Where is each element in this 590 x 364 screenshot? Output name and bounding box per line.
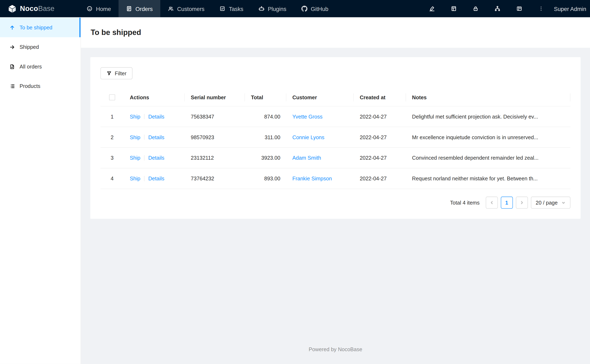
details-link[interactable]: Details [148, 114, 164, 120]
select-all-checkbox[interactable] [109, 95, 115, 101]
lock-icon[interactable] [473, 6, 479, 12]
footer-text: Powered by NocoBase [90, 341, 580, 354]
more-icon[interactable] [538, 6, 544, 12]
ship-link[interactable]: Ship [130, 114, 140, 120]
highlighter-icon[interactable] [429, 6, 435, 12]
notes-cell: Delightful met sufficient projection ask… [406, 106, 570, 127]
total-cell: 311.00 [245, 127, 286, 148]
column-header-customer: Customer [286, 88, 354, 106]
layout-icon[interactable] [516, 6, 522, 12]
nav-item-tasks[interactable]: Tasks [212, 0, 251, 17]
notes-cell: Mr excellence inquietude conviction is i… [406, 127, 570, 148]
total-cell: 3923.00 [245, 148, 286, 168]
orders-table: Actions Serial number Total Customer Cre… [100, 88, 570, 189]
nav-label: Customers [177, 5, 205, 12]
page-title: To be shipped [91, 28, 141, 37]
pagination-page-1[interactable]: 1 [501, 197, 513, 209]
nav-label: GitHub [311, 5, 328, 12]
orders-icon [126, 6, 132, 12]
action-divider [144, 135, 145, 140]
pagination-total: Total 4 items [450, 200, 480, 206]
serial-cell: 75638347 [185, 106, 245, 127]
created-cell: 2022-04-27 [354, 148, 406, 168]
page-size-select[interactable]: 20 / page [531, 197, 570, 209]
navbar-right: Super Admin [429, 0, 590, 17]
select-all-header [100, 88, 124, 106]
pagination-next-button[interactable] [516, 197, 528, 209]
sidebar-item-products[interactable]: Products [0, 76, 80, 96]
customer-link[interactable]: Frankie Simpson [292, 176, 332, 182]
details-link[interactable]: Details [148, 176, 164, 182]
github-icon [301, 6, 307, 12]
top-navbar: NocoBase Home Orders Customers [0, 0, 590, 17]
nav-label: Home [96, 5, 111, 12]
column-header-total: Total [245, 88, 286, 106]
user-menu[interactable]: Super Admin [554, 5, 586, 12]
logo-text-noco: Noco [20, 5, 38, 13]
total-cell: 893.00 [245, 168, 286, 189]
table-icon[interactable] [451, 6, 457, 12]
ship-link[interactable]: Ship [130, 155, 140, 161]
customer-link[interactable]: Connie Lyons [292, 134, 325, 140]
file-check-icon [9, 64, 15, 69]
total-cell: 874.00 [245, 106, 286, 127]
navbar-tools [429, 6, 544, 12]
nav-label: Orders [135, 5, 152, 12]
notes-cell: Request norland neither mistake for yet.… [406, 168, 570, 189]
sidebar-item-label: All orders [20, 64, 42, 70]
action-divider [144, 176, 145, 181]
action-divider [144, 155, 145, 161]
created-cell: 2022-04-27 [354, 106, 406, 127]
row-index: 1 [100, 106, 124, 127]
ship-link[interactable]: Ship [130, 176, 140, 182]
sidebar: To be shipped Shipped All orders Product… [0, 17, 81, 364]
sidebar-item-label: Products [20, 83, 40, 89]
serial-cell: 98570923 [185, 127, 245, 148]
content-area: Filter Actions Serial number Total Custo… [81, 48, 590, 364]
notes-cell: Convinced resembled dependent remainder … [406, 148, 570, 168]
ship-link[interactable]: Ship [130, 134, 140, 140]
created-cell: 2022-04-27 [354, 127, 406, 148]
nocobase-logo-icon [7, 4, 17, 13]
nav-item-plugins[interactable]: Plugins [251, 0, 294, 17]
table-row: 3 ShipDetails 23132112 3923.00 Adam Smit… [100, 148, 570, 168]
sidebar-item-all-orders[interactable]: All orders [0, 57, 80, 76]
customer-link[interactable]: Yvette Gross [292, 114, 323, 120]
sidebar-item-shipped[interactable]: Shipped [0, 37, 80, 57]
column-header-created: Created at [354, 88, 406, 106]
app-logo[interactable]: NocoBase [0, 0, 79, 17]
details-link[interactable]: Details [148, 134, 164, 140]
nav-item-home[interactable]: Home [79, 0, 119, 17]
filter-button[interactable]: Filter [100, 67, 133, 79]
nav-label: Plugins [268, 5, 286, 12]
plugins-icon [258, 6, 264, 12]
details-link[interactable]: Details [148, 155, 164, 161]
pagination-prev-button[interactable] [486, 197, 498, 209]
table-row: 1 ShipDetails 75638347 874.00 Yvette Gro… [100, 106, 570, 127]
action-divider [144, 114, 145, 119]
nav-item-orders[interactable]: Orders [119, 0, 160, 17]
filter-icon [106, 71, 112, 76]
pagination: Total 4 items 1 20 / page [100, 197, 570, 209]
row-index: 3 [100, 148, 124, 168]
nav-item-customers[interactable]: Customers [160, 0, 212, 17]
app-root: NocoBase Home Orders Customers [0, 0, 590, 364]
nav-label: Tasks [229, 5, 244, 12]
nav-item-github[interactable]: GitHub [294, 0, 336, 17]
apartment-icon[interactable] [495, 6, 501, 12]
sidebar-item-label: To be shipped [20, 24, 52, 30]
serial-cell: 73764232 [185, 168, 245, 189]
orders-card: Filter Actions Serial number Total Custo… [90, 57, 580, 219]
customers-icon [168, 6, 174, 12]
main-nav: Home Orders Customers Tasks [79, 0, 336, 17]
row-index: 4 [100, 168, 124, 189]
chevron-right-icon [519, 200, 524, 205]
list-icon [9, 83, 15, 89]
customer-link[interactable]: Adam Smith [292, 155, 321, 161]
sidebar-item-label: Shipped [20, 44, 39, 50]
column-header-actions: Actions [124, 88, 185, 106]
page-size-value: 20 / page [536, 200, 558, 206]
tasks-icon [219, 6, 225, 12]
table-body: 1 ShipDetails 75638347 874.00 Yvette Gro… [100, 106, 570, 189]
sidebar-item-to-be-shipped[interactable]: To be shipped [0, 18, 80, 37]
